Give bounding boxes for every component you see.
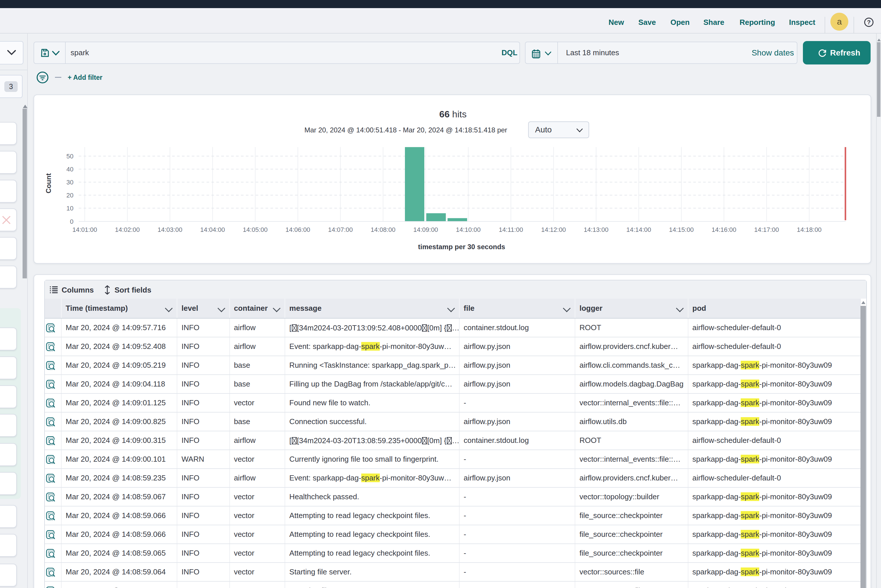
svg-text:14:15:00: 14:15:00: [669, 226, 694, 233]
svg-text:14:02:00: 14:02:00: [115, 226, 140, 233]
svg-text:10: 10: [66, 205, 74, 212]
svg-text:14:13:00: 14:13:00: [584, 226, 609, 233]
svg-text:0: 0: [70, 218, 74, 225]
svg-text:14:06:00: 14:06:00: [286, 226, 310, 233]
svg-text:timestamp per 30 seconds: timestamp per 30 seconds: [418, 243, 505, 250]
svg-text:14:14:00: 14:14:00: [627, 226, 651, 233]
svg-text:20: 20: [66, 192, 74, 199]
svg-text:14:17:00: 14:17:00: [754, 226, 779, 233]
svg-text:40: 40: [66, 166, 74, 173]
svg-text:30: 30: [66, 178, 74, 186]
svg-text:Count: Count: [45, 173, 53, 193]
svg-text:14:18:00: 14:18:00: [797, 226, 822, 233]
svg-text:14:07:00: 14:07:00: [328, 226, 353, 233]
svg-text:14:16:00: 14:16:00: [711, 226, 737, 233]
svg-text:14:10:00: 14:10:00: [456, 226, 481, 233]
svg-text:14:04:00: 14:04:00: [200, 226, 225, 233]
svg-text:14:09:00: 14:09:00: [413, 226, 438, 233]
svg-text:14:03:00: 14:03:00: [158, 226, 182, 233]
svg-text:14:11:00: 14:11:00: [499, 226, 523, 233]
svg-text:14:12:00: 14:12:00: [541, 226, 566, 233]
svg-text:14:08:00: 14:08:00: [371, 226, 396, 233]
svg-text:14:01:00: 14:01:00: [72, 226, 97, 233]
svg-text:50: 50: [66, 153, 74, 160]
svg-text:14:05:00: 14:05:00: [243, 226, 268, 233]
